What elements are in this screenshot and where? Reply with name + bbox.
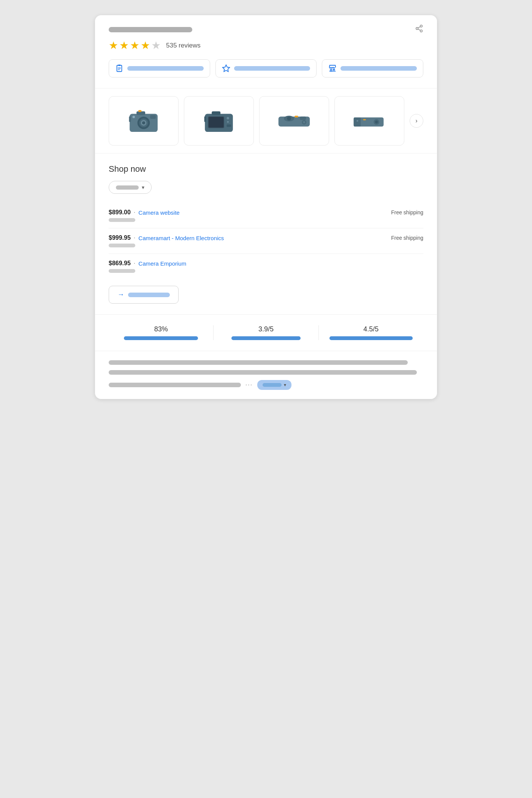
- camera-images-section: ›: [95, 88, 437, 154]
- rating-row: ★ ★ ★ ★ ★ 535 reviews: [95, 39, 437, 59]
- seller-link-3[interactable]: Camera Emporium: [138, 260, 186, 267]
- svg-point-23: [133, 116, 135, 119]
- svg-point-29: [226, 117, 229, 120]
- svg-rect-5: [117, 65, 122, 72]
- svg-rect-25: [204, 116, 206, 122]
- svg-rect-31: [226, 124, 231, 127]
- camera-back-svg: [202, 108, 236, 134]
- next-image-button[interactable]: ›: [410, 114, 423, 128]
- listing-sub-3: [109, 269, 135, 273]
- price-1: $899.00: [109, 209, 131, 216]
- review-count: 535 reviews: [166, 42, 201, 49]
- star-4: ★: [141, 39, 150, 52]
- listing-2: $999.95 · Cameramart - Modern Electronic…: [109, 228, 423, 253]
- svg-rect-12: [333, 69, 335, 70]
- filter-label: [116, 185, 139, 190]
- svg-line-3: [418, 29, 420, 30]
- camera-image-2[interactable]: [184, 96, 254, 146]
- star-rating: ★ ★ ★ ★ ★: [109, 39, 161, 52]
- stat-value-2: 3.9/5: [220, 325, 312, 333]
- expand-text: [263, 383, 282, 387]
- svg-line-4: [418, 27, 420, 28]
- stat-1: 83%: [109, 325, 214, 340]
- share-icon[interactable]: [415, 24, 423, 35]
- price-2: $999.95: [109, 234, 131, 241]
- listing-sub-1: [109, 218, 135, 222]
- camera-image-3[interactable]: [259, 96, 329, 146]
- bottom-section: ··· ▾: [95, 351, 437, 399]
- svg-point-21: [142, 121, 145, 124]
- svg-point-1: [416, 27, 418, 30]
- svg-point-44: [356, 120, 358, 122]
- see-more-label: [128, 293, 170, 297]
- star-3: ★: [130, 39, 139, 52]
- seller-link-1[interactable]: Camera website: [138, 209, 179, 216]
- listing-1: $899.00 · Camera website Free shipping: [109, 203, 423, 228]
- ellipsis-icon: ···: [245, 382, 253, 388]
- stat-value-3: 4.5/5: [325, 325, 417, 333]
- svg-marker-10: [223, 65, 230, 71]
- stat-value-1: 83%: [115, 325, 207, 333]
- svg-point-34: [287, 117, 291, 121]
- svg-point-42: [375, 120, 378, 124]
- save-button[interactable]: [215, 59, 317, 78]
- svg-point-2: [420, 30, 423, 32]
- star-5: ★: [151, 39, 161, 52]
- listings-container: $899.00 · Camera website Free shipping $…: [109, 203, 423, 279]
- details-button[interactable]: [109, 59, 210, 78]
- svg-rect-28: [209, 117, 223, 128]
- text-line-3: [109, 383, 241, 387]
- star-2: ★: [119, 39, 129, 52]
- listing-sub-2: [109, 244, 135, 247]
- filter-button[interactable]: ▾: [109, 181, 152, 194]
- stat-2: 3.9/5: [214, 325, 318, 340]
- seller-link-2[interactable]: Cameramart - Modern Electronics: [138, 235, 224, 241]
- stats-section: 83% 3.9/5 4.5/5: [95, 314, 437, 351]
- details-label: [127, 66, 204, 71]
- arrow-right-icon: →: [117, 291, 124, 299]
- listing-3: $869.95 · Camera Emporium: [109, 253, 423, 279]
- camera-image-1[interactable]: [109, 96, 179, 146]
- clipboard-icon: [115, 64, 124, 73]
- camera-side-svg: [352, 108, 386, 134]
- expand-pill[interactable]: ▾: [257, 380, 291, 390]
- camera-image-4[interactable]: [334, 96, 404, 146]
- stat-bar-2: [231, 336, 301, 340]
- svg-rect-15: [129, 116, 131, 122]
- star-1: ★: [109, 39, 118, 52]
- stat-bar-3: [329, 336, 413, 340]
- chevron-down-icon: ▾: [142, 184, 144, 190]
- store-label: [340, 66, 417, 71]
- svg-point-30: [227, 121, 229, 123]
- svg-rect-26: [212, 111, 220, 115]
- svg-rect-43: [363, 119, 366, 120]
- shipping-1: Free shipping: [391, 209, 423, 215]
- store-button[interactable]: [322, 59, 423, 78]
- text-line-1: [109, 360, 408, 365]
- shop-title: Shop now: [109, 164, 423, 174]
- svg-point-0: [420, 25, 423, 27]
- expand-chevron-icon: ▾: [284, 382, 286, 388]
- shipping-2: Free shipping: [391, 235, 423, 241]
- star-icon: [222, 64, 230, 73]
- store-icon: [328, 64, 337, 73]
- text-line-2: [109, 370, 417, 375]
- shop-section: Shop now ▾ $899.00 · Camera website Free…: [95, 154, 437, 314]
- camera-front-svg: [127, 108, 161, 134]
- save-label: [234, 66, 310, 71]
- price-3: $869.95: [109, 260, 131, 267]
- svg-rect-6: [118, 65, 120, 66]
- svg-rect-35: [295, 116, 298, 118]
- camera-top-svg: [277, 108, 311, 134]
- svg-rect-22: [150, 115, 156, 119]
- svg-rect-17: [138, 110, 141, 112]
- action-buttons: [95, 59, 437, 88]
- stat-bar-1: [124, 336, 198, 340]
- bottom-footer: ··· ▾: [109, 380, 423, 390]
- product-title-bar: [109, 27, 192, 32]
- svg-rect-36: [300, 117, 306, 120]
- see-more-button[interactable]: →: [109, 286, 179, 304]
- stat-3: 4.5/5: [319, 325, 423, 340]
- svg-rect-40: [354, 117, 361, 127]
- svg-point-38: [303, 121, 305, 124]
